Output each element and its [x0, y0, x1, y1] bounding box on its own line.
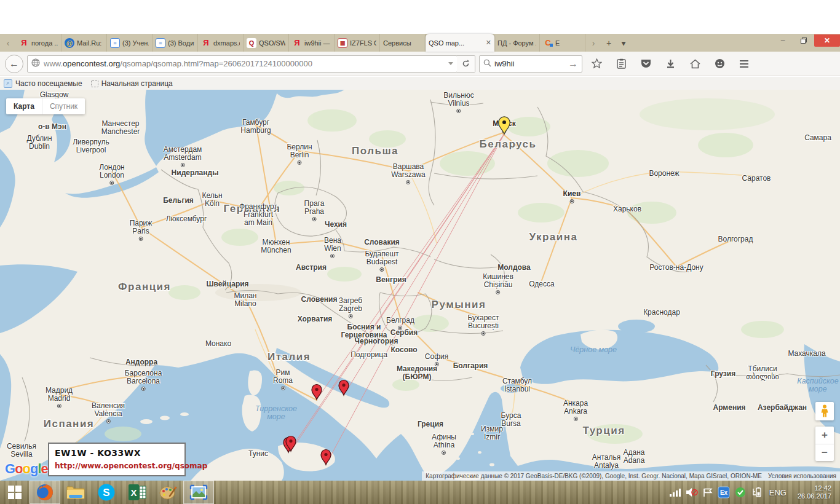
taskbar-photos[interactable]: [183, 481, 214, 504]
street-view-pegman[interactable]: [815, 402, 834, 420]
antivirus-ok-icon[interactable]: [735, 487, 746, 498]
keyboard-language-indicator[interactable]: ENG: [767, 488, 789, 497]
google-logo-letter: g: [30, 461, 38, 476]
screen: ‹ Япогода ...@Mail.Ru: ...(3) Учен...(3)…: [0, 0, 840, 504]
bookmark-frequently-visited[interactable]: ⌕Часто посещаемые: [4, 79, 82, 88]
reload-button[interactable]: [457, 55, 475, 73]
yandex-favicon-icon: Я: [201, 38, 211, 48]
home-icon[interactable]: [684, 55, 705, 73]
tab-label: iw9hii — ...: [304, 39, 331, 47]
qso-marker-pin[interactable]: [312, 385, 322, 400]
zoom-out-button[interactable]: −: [815, 444, 834, 461]
qso-info-box: EW1W - KO33WX http://www.opencontest.org…: [48, 443, 186, 476]
bookmark-star-icon[interactable]: [586, 55, 607, 73]
url-bar[interactable]: www.opencontest.org/qsomap/qsomap.html?m…: [27, 55, 458, 73]
tab-item[interactable]: ПД - Форум ...: [494, 34, 540, 52]
svg-text:S: S: [103, 487, 109, 498]
tab-scroll-right-icon[interactable]: ›: [585, 34, 601, 52]
close-button[interactable]: ✕: [814, 34, 840, 47]
callsign-locator-text: EW1W - KO33WX: [55, 448, 179, 458]
volume-muted-icon[interactable]: [686, 487, 698, 497]
tab-item[interactable]: Япогода ...: [16, 34, 61, 52]
tab-label: QSO/SW...: [259, 39, 285, 47]
battery-plug-icon[interactable]: [751, 487, 762, 498]
search-bar[interactable]: →: [479, 55, 582, 73]
taskbar-file-explorer[interactable]: [60, 481, 91, 504]
tab-scroll-left-icon[interactable]: ‹: [0, 34, 16, 52]
search-go-icon[interactable]: →: [568, 58, 578, 69]
tab-label: Е: [555, 39, 582, 47]
tab-label: (3) Учен...: [122, 39, 149, 47]
new-tab-button[interactable]: +: [601, 34, 616, 52]
menu-hamburger-icon[interactable]: [734, 55, 755, 73]
google-logo[interactable]: Google: [5, 461, 48, 477]
windows-taskbar: S X Ex ENG 12:4226.06.2017: [0, 481, 840, 504]
satellite-view-button[interactable]: Спутник: [42, 98, 85, 114]
taskbar-skype[interactable]: S: [91, 481, 122, 504]
search-input[interactable]: [494, 59, 565, 68]
hello-smiley-icon[interactable]: [709, 55, 730, 73]
tab-strip: Япогода ...@Mail.Ru: ...(3) Учен...(3) В…: [16, 34, 585, 52]
network-signal-icon[interactable]: [670, 488, 681, 497]
navigation-toolbar: ← www.opencontest.org/qsomap/qsomap.html…: [0, 52, 840, 76]
doc-favicon-icon: [110, 38, 120, 48]
tab-label: QSO map...: [429, 39, 482, 47]
minimize-button[interactable]: –: [772, 34, 793, 47]
qso-marker-pin[interactable]: [339, 380, 349, 396]
terms-of-use-link[interactable]: Условия использования: [768, 473, 836, 479]
map-attribution: Картографические данные © 2017 GeoBasis-…: [422, 471, 840, 481]
url-dropdown-icon[interactable]: [448, 62, 453, 65]
tab-item[interactable]: @Mail.Ru: ...: [61, 34, 107, 52]
language-app-icon[interactable]: Ex: [718, 486, 730, 498]
qso-favicon-icon: Q: [247, 38, 256, 48]
tab-label: ПД - Форум ...: [497, 39, 536, 47]
taskbar-paint[interactable]: [153, 481, 183, 504]
qso-marker-pin[interactable]: [321, 450, 331, 465]
doc-favicon-icon: [156, 38, 165, 48]
tab-item[interactable]: ▦IZ7FLS Ca...: [335, 34, 380, 52]
tab-close-icon[interactable]: ✕: [485, 39, 491, 47]
tab-active[interactable]: QSO map...✕: [426, 34, 494, 52]
iz7fls-favicon-icon: ▦: [338, 38, 347, 48]
tab-item[interactable]: Сервисы: [380, 34, 426, 52]
folder-search-icon: ⌕: [4, 79, 12, 88]
opencontest-link[interactable]: http://www.opencontest.org/qsomap: [55, 462, 179, 470]
bookmark-start-page[interactable]: Начальная страница: [91, 79, 173, 88]
reading-list-icon[interactable]: [611, 55, 632, 73]
tab-item[interactable]: Яiw9hii — ...: [289, 34, 335, 52]
date-text: 26.06.2017: [798, 492, 831, 500]
tab-list-dropdown-icon[interactable]: ▾: [616, 34, 631, 52]
svg-text:Ex: Ex: [720, 489, 728, 496]
tab-label: IZ7FLS Ca...: [350, 39, 376, 47]
google-logo-letter: o: [23, 461, 30, 476]
qso-map-canvas[interactable]: Glasgowо-в МэнМанчестерManchesterДублинD…: [0, 90, 840, 481]
tab-label: dxmaps.c...: [213, 39, 240, 47]
taskbar-firefox[interactable]: [30, 481, 60, 504]
download-icon[interactable]: [660, 55, 681, 73]
system-tray: Ex ENG 12:4226.06.2017: [670, 484, 840, 500]
restore-button[interactable]: [793, 34, 814, 47]
mailru-favicon-icon: @: [65, 38, 74, 48]
back-button[interactable]: ←: [5, 55, 23, 73]
pocket-icon[interactable]: [635, 55, 656, 73]
origin-marker-pin[interactable]: [499, 117, 510, 134]
tab-item[interactable]: QQSO/SW...: [244, 34, 289, 52]
zoom-control: + −: [815, 427, 834, 461]
action-center-flag-icon[interactable]: [703, 488, 713, 497]
attribution-text: Картографические данные © 2017 GeoBasis-…: [426, 473, 762, 479]
google-logo-letter: o: [15, 461, 22, 476]
taskbar-excel[interactable]: X: [122, 481, 153, 504]
tab-item[interactable]: Яdxmaps.c...: [198, 34, 244, 52]
zoom-in-button[interactable]: +: [815, 427, 834, 444]
clock[interactable]: 12:4226.06.2017: [794, 484, 835, 500]
tab-item[interactable]: (3) Водит...: [153, 34, 198, 52]
tab-item[interactable]: (3) Учен...: [107, 34, 153, 52]
globe-icon: [31, 58, 40, 69]
window-controls: – ✕: [772, 34, 840, 52]
dashed-square-icon: [91, 80, 98, 87]
start-button[interactable]: [0, 481, 30, 504]
search-icon: [483, 58, 491, 69]
tab-item[interactable]: СЕ: [540, 34, 585, 52]
map-view-button[interactable]: Карта: [6, 98, 42, 114]
bookmark-label: Начальная страница: [101, 79, 173, 88]
